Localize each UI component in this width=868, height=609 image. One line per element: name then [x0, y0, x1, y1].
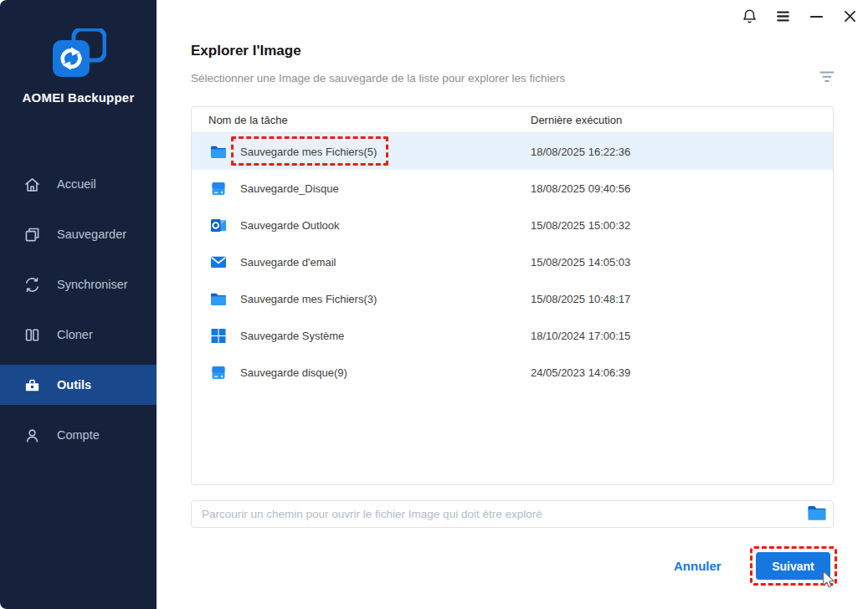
- outlook-icon: [210, 218, 227, 233]
- table-row[interactable]: Sauvegarde mes Fichiers(5) 18/08/2025 16…: [192, 133, 833, 170]
- bell-icon: [741, 8, 758, 28]
- sidebar-item-label: Compte: [57, 428, 100, 442]
- sidebar-item-label: Synchroniser: [57, 278, 128, 291]
- table-row[interactable]: Sauvegarde disque(9) 24/05/2023 14:06:39: [192, 354, 833, 391]
- menu-icon: [774, 8, 792, 28]
- sidebar-item-label: Sauvegarder: [57, 228, 126, 241]
- backup-task-table: Nom de la tâche Dernière exécution Sauve…: [191, 106, 834, 485]
- sidebar-item-cloner[interactable]: Cloner: [0, 315, 157, 355]
- folder-icon: [210, 145, 227, 159]
- aomei-logo-icon: [53, 28, 106, 82]
- task-last-run: 24/05/2023 14:06:39: [531, 366, 630, 379]
- next-button[interactable]: Suivant: [756, 552, 830, 580]
- task-last-run: 18/08/2025 16:22:36: [531, 146, 630, 158]
- sidebar-nav: Accueil Sauvegarder Synchroniser Cloner …: [0, 164, 157, 465]
- minimize-button[interactable]: [808, 8, 825, 26]
- task-last-run: 15/08/2025 10:48:17: [531, 293, 630, 305]
- task-name: Sauvegarde_Disque: [240, 182, 531, 195]
- task-name: Sauvegarde d'email: [240, 256, 531, 269]
- page-title: Explorer l'Image: [191, 43, 301, 59]
- column-header-task-name: Nom de la tâche: [192, 114, 531, 126]
- task-name: Sauvegarde disque(9): [240, 366, 531, 379]
- disk-icon: [210, 366, 227, 380]
- sidebar-item-synchroniser[interactable]: Synchroniser: [0, 264, 157, 304]
- app-name: AOMEI Backupper: [0, 90, 157, 105]
- sidebar: AOMEI Backupper Accueil Sauvegarder Sync…: [0, 0, 157, 609]
- table-header: Nom de la tâche Dernière exécution: [192, 107, 833, 133]
- sidebar-item-accueil[interactable]: Accueil: [0, 164, 157, 204]
- sync-icon: [23, 276, 41, 294]
- filter-icon: [819, 70, 835, 86]
- user-icon: [23, 427, 41, 444]
- mail-icon: [210, 255, 227, 269]
- task-last-run: 18/10/2024 17:00:15: [531, 330, 630, 342]
- task-last-run: 15/08/2025 14:05:03: [531, 256, 630, 269]
- sidebar-item-sauvegarder[interactable]: Sauvegarder: [0, 214, 157, 254]
- copy-icon: [23, 226, 41, 243]
- task-name: Sauvegarde mes Fichiers(3): [240, 293, 531, 305]
- task-last-run: 15/08/2025 15:00:32: [531, 219, 630, 232]
- sidebar-item-label: Accueil: [57, 177, 96, 191]
- windows-icon: [210, 329, 227, 343]
- table-row[interactable]: Sauvegarde mes Fichiers(3) 15/08/2025 10…: [192, 280, 833, 317]
- table-row[interactable]: Sauvegarde d'email 15/08/2025 14:05:03: [192, 243, 833, 280]
- menu-button[interactable]: [774, 8, 792, 26]
- notifications-button[interactable]: [741, 8, 758, 26]
- browse-button[interactable]: [806, 504, 828, 523]
- table-rows: Sauvegarde mes Fichiers(5) 18/08/2025 16…: [192, 133, 833, 391]
- cancel-button[interactable]: Annuler: [674, 559, 722, 573]
- filter-button[interactable]: [818, 70, 836, 85]
- task-name: Sauvegarde Outlook: [240, 219, 531, 232]
- close-icon: [841, 8, 859, 28]
- close-button[interactable]: [841, 8, 859, 26]
- image-path-input[interactable]: [191, 500, 834, 528]
- table-row[interactable]: Sauvegarde Outlook 15/08/2025 15:00:32: [192, 207, 833, 243]
- home-icon: [23, 176, 41, 193]
- app-window: AOMEI Backupper Accueil Sauvegarder Sync…: [0, 0, 868, 609]
- sidebar-item-outils[interactable]: Outils: [0, 365, 157, 405]
- clone-icon: [23, 326, 41, 344]
- table-row[interactable]: Sauvegarde Système 18/10/2024 17:00:15: [192, 317, 833, 354]
- page-subtitle: Sélectionner une Image de sauvegarde de …: [191, 72, 565, 84]
- path-input-wrap: [191, 500, 834, 528]
- minimize-icon: [808, 8, 825, 28]
- table-row[interactable]: Sauvegarde_Disque 18/08/2025 09:40:56: [192, 170, 833, 207]
- toolbox-icon: [23, 376, 41, 394]
- task-last-run: 18/08/2025 09:40:56: [531, 182, 630, 195]
- folder-icon: [210, 292, 227, 306]
- disk-icon: [210, 182, 227, 196]
- task-name: Sauvegarde Système: [240, 330, 531, 342]
- sidebar-item-label: Cloner: [57, 328, 93, 341]
- sidebar-item-compte[interactable]: Compte: [0, 415, 157, 455]
- folder-icon: [807, 511, 827, 524]
- sidebar-item-label: Outils: [57, 378, 91, 392]
- task-name: Sauvegarde mes Fichiers(5): [240, 146, 531, 158]
- window-controls: [741, 8, 859, 26]
- column-header-last-run: Dernière exécution: [531, 114, 622, 126]
